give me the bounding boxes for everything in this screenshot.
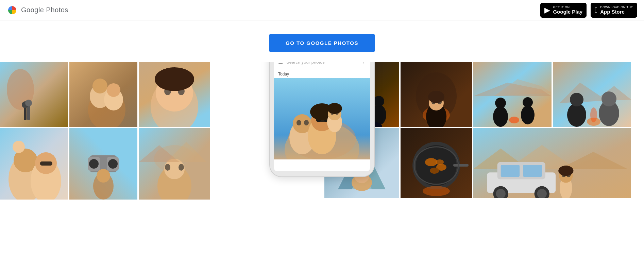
svg-point-19 xyxy=(9,155,43,200)
svg-point-16 xyxy=(178,87,185,95)
svg-rect-25 xyxy=(69,128,137,200)
svg-point-5 xyxy=(25,100,32,106)
svg-point-90 xyxy=(601,91,616,106)
svg-point-31 xyxy=(93,172,114,200)
svg-marker-78 xyxy=(473,83,552,96)
svg-marker-86 xyxy=(560,83,631,103)
svg-point-123 xyxy=(537,189,547,198)
svg-point-105 xyxy=(425,158,437,166)
svg-rect-27 xyxy=(88,157,100,171)
svg-point-22 xyxy=(35,152,57,174)
svg-point-11 xyxy=(107,83,120,97)
svg-rect-119 xyxy=(523,165,542,177)
svg-marker-39 xyxy=(139,145,180,162)
cta-container: GO TO GOOGLE PHOTOS xyxy=(0,20,644,52)
list-item xyxy=(473,128,631,198)
svg-point-66 xyxy=(373,96,384,107)
svg-point-103 xyxy=(412,142,460,189)
svg-rect-116 xyxy=(487,172,556,193)
svg-rect-3 xyxy=(27,105,30,120)
svg-marker-114 xyxy=(508,145,576,169)
svg-rect-6 xyxy=(69,62,137,127)
svg-point-127 xyxy=(566,172,571,177)
svg-rect-18 xyxy=(0,128,68,200)
svg-point-30 xyxy=(108,159,118,169)
svg-point-46 xyxy=(296,120,301,125)
svg-rect-117 xyxy=(497,162,545,179)
svg-point-88 xyxy=(570,93,583,106)
phone-screen: ☰ Search your photos ⋮ Today xyxy=(274,62,370,171)
svg-point-106 xyxy=(436,164,446,171)
svg-rect-109 xyxy=(453,164,469,167)
svg-point-4 xyxy=(22,101,29,108)
svg-point-124 xyxy=(560,176,572,198)
list-item xyxy=(401,62,472,127)
svg-point-91 xyxy=(587,118,600,126)
google-play-icon: ▶ xyxy=(544,6,550,15)
phone-mockup: ☰ Search your photos ⋮ Today xyxy=(269,62,375,177)
google-play-store-name: Google Play xyxy=(553,9,582,15)
list-item xyxy=(69,128,137,200)
svg-point-8 xyxy=(90,84,110,108)
svg-point-108 xyxy=(436,159,444,165)
phone-search-bar: ☰ Search your photos ⋮ xyxy=(274,62,370,69)
svg-marker-79 xyxy=(494,79,552,96)
svg-point-36 xyxy=(164,159,185,179)
app-store-badge[interactable]:  Download on the App Store xyxy=(591,3,637,18)
list-item xyxy=(401,128,472,198)
svg-point-82 xyxy=(521,105,535,124)
svg-point-47 xyxy=(304,120,309,125)
svg-rect-102 xyxy=(401,128,472,198)
svg-point-72 xyxy=(426,103,446,127)
svg-rect-2 xyxy=(24,106,27,120)
svg-point-37 xyxy=(165,164,170,171)
phone-today-label: Today xyxy=(274,69,370,78)
main-content: GO TO GOOGLE PHOTOS xyxy=(0,20,644,257)
svg-point-81 xyxy=(495,98,506,108)
svg-point-13 xyxy=(151,79,198,127)
header: Google Photos ▶ GET IT ON Google Play  … xyxy=(0,0,644,20)
svg-point-9 xyxy=(92,79,107,93)
svg-rect-85 xyxy=(553,62,631,127)
svg-point-35 xyxy=(157,166,191,200)
phone-search-placeholder: Search your photos xyxy=(286,62,357,65)
logo-area: Google Photos xyxy=(7,5,68,16)
svg-point-107 xyxy=(430,168,439,174)
svg-point-125 xyxy=(559,169,573,183)
svg-point-10 xyxy=(104,89,123,110)
svg-rect-12 xyxy=(139,62,210,127)
go-to-google-photos-button[interactable]: GO TO GOOGLE PHOTOS xyxy=(269,34,375,52)
list-item xyxy=(69,62,137,127)
phone-main-photo xyxy=(274,78,370,159)
app-name: Google Photos xyxy=(21,6,68,14)
svg-point-69 xyxy=(416,72,457,120)
phone-shell: ☰ Search your photos ⋮ Today xyxy=(269,62,375,177)
svg-point-121 xyxy=(496,189,506,198)
svg-point-120 xyxy=(493,186,508,198)
list-item xyxy=(473,62,552,127)
svg-point-38 xyxy=(179,164,184,171)
svg-point-58 xyxy=(327,103,342,114)
svg-point-89 xyxy=(599,100,619,126)
svg-point-126 xyxy=(562,172,566,177)
svg-point-1 xyxy=(7,69,34,110)
svg-point-92 xyxy=(590,107,597,122)
svg-marker-113 xyxy=(473,149,528,169)
list-item xyxy=(553,62,631,127)
list-item xyxy=(0,62,68,127)
svg-point-122 xyxy=(535,186,549,198)
svg-point-104 xyxy=(416,145,457,186)
svg-point-128 xyxy=(558,166,573,176)
svg-point-24 xyxy=(13,141,25,153)
svg-rect-77 xyxy=(473,62,552,127)
svg-point-32 xyxy=(97,169,110,183)
svg-marker-40 xyxy=(166,142,207,162)
svg-point-111 xyxy=(423,186,450,196)
svg-rect-0 xyxy=(0,62,68,127)
svg-point-15 xyxy=(164,87,171,95)
svg-rect-118 xyxy=(501,165,520,177)
google-play-badge[interactable]: ▶ GET IT ON Google Play xyxy=(540,3,587,18)
svg-point-80 xyxy=(493,106,508,127)
store-badges: ▶ GET IT ON Google Play  Download on th… xyxy=(540,3,637,18)
svg-point-71 xyxy=(430,95,442,118)
